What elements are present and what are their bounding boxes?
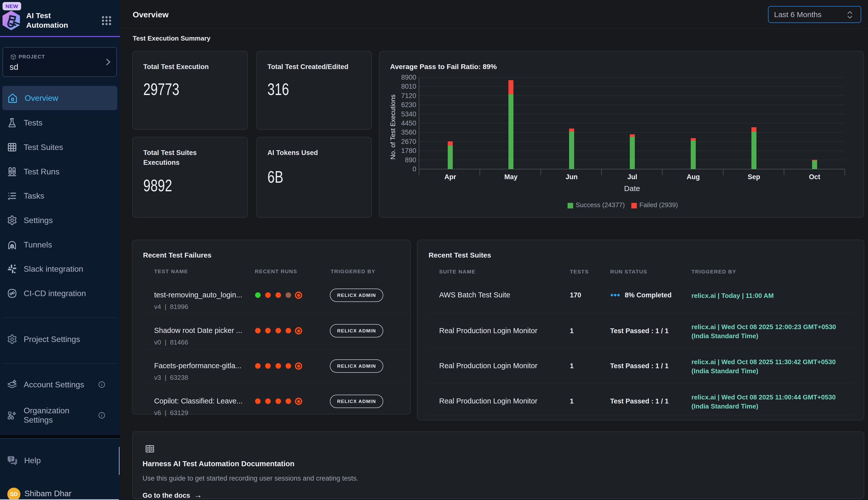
svg-text:Sep: Sep xyxy=(748,173,760,181)
svg-text:4450: 4450 xyxy=(401,120,416,127)
svg-text:?: ? xyxy=(10,456,12,462)
svg-text:7120: 7120 xyxy=(401,92,416,100)
svg-text:Success (24377): Success (24377) xyxy=(576,201,625,209)
svg-text:0: 0 xyxy=(412,165,416,173)
svg-text:Date: Date xyxy=(624,184,640,193)
svg-text:1780: 1780 xyxy=(401,147,416,155)
svg-text:No. of Test Executions: No. of Test Executions xyxy=(389,94,397,160)
svg-text:Apr: Apr xyxy=(444,173,456,181)
svg-text:2670: 2670 xyxy=(401,138,416,145)
svg-text:Average Pass to Fail Ratio: 89: Average Pass to Fail Ratio: 89% xyxy=(390,63,497,70)
svg-text:Failed (2939): Failed (2939) xyxy=(640,201,678,209)
svg-text:Jul: Jul xyxy=(627,173,637,181)
svg-text:8900: 8900 xyxy=(401,73,416,81)
svg-text:Aug: Aug xyxy=(687,173,700,181)
svg-text:6230: 6230 xyxy=(401,101,416,109)
svg-text:May: May xyxy=(504,173,518,181)
svg-text:890: 890 xyxy=(405,156,416,164)
svg-text:3560: 3560 xyxy=(401,128,416,136)
svg-text:8010: 8010 xyxy=(401,83,416,90)
svg-text:Oct: Oct xyxy=(809,173,820,181)
svg-text:Jun: Jun xyxy=(566,173,578,181)
svg-text:5340: 5340 xyxy=(401,110,416,118)
